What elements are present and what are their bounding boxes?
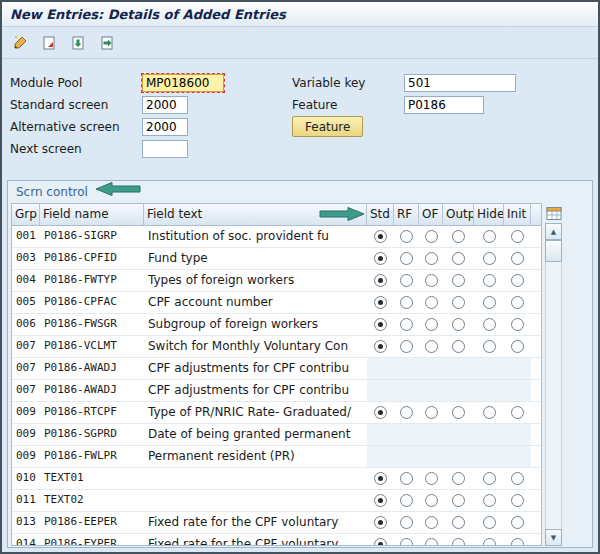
radio-init[interactable] xyxy=(511,472,524,485)
radio-hide[interactable] xyxy=(483,516,496,529)
radio-of[interactable] xyxy=(425,516,438,529)
radio-init[interactable] xyxy=(511,538,524,546)
radio-outp[interactable] xyxy=(452,230,465,243)
module-pool-field[interactable] xyxy=(142,74,224,92)
radio-of[interactable] xyxy=(425,472,438,485)
table-row[interactable]: 007P0186-VCLMTSwitch for Monthly Volunta… xyxy=(12,336,541,358)
radio-of[interactable] xyxy=(425,274,438,287)
table-row[interactable]: 006P0186-FWSGRSubgroup of foreign worker… xyxy=(12,314,541,336)
table-row[interactable]: 009P0186-SGPRDDate of being granted perm… xyxy=(12,424,541,446)
radio-rf[interactable] xyxy=(400,472,413,485)
radio-std[interactable] xyxy=(374,296,387,309)
radio-of[interactable] xyxy=(425,296,438,309)
table-row[interactable]: 003P0186-CPFIDFund type xyxy=(12,248,541,270)
radio-of[interactable] xyxy=(425,318,438,331)
radio-rf[interactable] xyxy=(400,296,413,309)
radio-outp[interactable] xyxy=(452,472,465,485)
radio-outp[interactable] xyxy=(452,252,465,265)
variable-key-field[interactable] xyxy=(404,74,516,92)
radio-hide[interactable] xyxy=(483,406,496,419)
table-settings-icon[interactable] xyxy=(545,203,562,223)
radio-of[interactable] xyxy=(425,538,438,546)
radio-outp[interactable] xyxy=(452,318,465,331)
radio-init[interactable] xyxy=(511,230,524,243)
radio-rf[interactable] xyxy=(400,340,413,353)
radio-hide[interactable] xyxy=(483,340,496,353)
column-header-outp[interactable]: Outp xyxy=(443,204,474,225)
radio-std[interactable] xyxy=(374,340,387,353)
table-row[interactable]: 010TEXT01 xyxy=(12,468,541,490)
radio-init[interactable] xyxy=(511,516,524,529)
radio-std[interactable] xyxy=(374,472,387,485)
radio-init[interactable] xyxy=(511,494,524,507)
radio-std[interactable] xyxy=(374,516,387,529)
radio-std[interactable] xyxy=(374,274,387,287)
radio-std[interactable] xyxy=(374,494,387,507)
table-row[interactable]: 005P0186-CPFACCPF account number xyxy=(12,292,541,314)
column-header-rf[interactable]: RF xyxy=(394,204,419,225)
radio-outp[interactable] xyxy=(452,340,465,353)
radio-hide[interactable] xyxy=(483,472,496,485)
edit-pencil-icon[interactable] xyxy=(9,32,31,54)
radio-rf[interactable] xyxy=(400,516,413,529)
table-row[interactable]: 011TEXT02 xyxy=(12,490,541,512)
radio-init[interactable] xyxy=(511,318,524,331)
radio-outp[interactable] xyxy=(452,494,465,507)
radio-outp[interactable] xyxy=(452,274,465,287)
radio-outp[interactable] xyxy=(452,296,465,309)
radio-init[interactable] xyxy=(511,296,524,309)
scroll-track[interactable] xyxy=(545,262,562,529)
table-row[interactable]: 009P0186-FWLPRPermanent resident (PR) xyxy=(12,446,541,468)
radio-init[interactable] xyxy=(511,252,524,265)
radio-init[interactable] xyxy=(511,274,524,287)
radio-outp[interactable] xyxy=(452,516,465,529)
radio-hide[interactable] xyxy=(483,318,496,331)
radio-rf[interactable] xyxy=(400,494,413,507)
radio-std[interactable] xyxy=(374,230,387,243)
radio-hide[interactable] xyxy=(483,230,496,243)
radio-std[interactable] xyxy=(374,538,387,546)
column-header-grp[interactable]: Grp xyxy=(12,204,40,225)
radio-std[interactable] xyxy=(374,318,387,331)
scroll-down-button[interactable]: ▼ xyxy=(545,529,562,546)
scroll-thumb[interactable] xyxy=(545,240,562,262)
radio-init[interactable] xyxy=(511,340,524,353)
table-row[interactable]: 001P0186-SIGRPInstitution of soc. provid… xyxy=(12,226,541,248)
radio-rf[interactable] xyxy=(400,538,413,546)
radio-of[interactable] xyxy=(425,340,438,353)
radio-of[interactable] xyxy=(425,494,438,507)
radio-of[interactable] xyxy=(425,406,438,419)
radio-hide[interactable] xyxy=(483,538,496,546)
radio-rf[interactable] xyxy=(400,274,413,287)
radio-init[interactable] xyxy=(511,406,524,419)
radio-rf[interactable] xyxy=(400,252,413,265)
radio-of[interactable] xyxy=(425,252,438,265)
radio-outp[interactable] xyxy=(452,538,465,546)
column-header-of[interactable]: OF xyxy=(419,204,443,225)
radio-rf[interactable] xyxy=(400,230,413,243)
radio-hide[interactable] xyxy=(483,494,496,507)
scroll-up-button[interactable]: ▲ xyxy=(545,223,562,240)
feature-field[interactable] xyxy=(404,96,484,114)
table-row[interactable]: 004P0186-FWTYPTypes of foreign workers xyxy=(12,270,541,292)
feature-button[interactable]: Feature xyxy=(292,116,363,137)
export-entry-icon[interactable] xyxy=(96,32,118,54)
next-screen-field[interactable] xyxy=(142,140,188,158)
radio-rf[interactable] xyxy=(400,318,413,331)
table-row[interactable]: 007P0186-AWADJCPF adjustments for CPF co… xyxy=(12,380,541,402)
radio-std[interactable] xyxy=(374,406,387,419)
column-header-hide[interactable]: Hide xyxy=(474,204,504,225)
column-header-init[interactable]: Init xyxy=(504,204,531,225)
radio-hide[interactable] xyxy=(483,296,496,309)
alternative-screen-field[interactable] xyxy=(142,118,188,136)
column-header-field-text[interactable]: Field text xyxy=(144,204,367,225)
column-header-std[interactable]: Std xyxy=(367,204,394,225)
import-entry-icon[interactable] xyxy=(67,32,89,54)
radio-of[interactable] xyxy=(425,230,438,243)
table-row[interactable]: 009P0186-RTCPFType of PR/NRIC Rate- Grad… xyxy=(12,402,541,424)
table-row[interactable]: 013P0186-EEPERFixed rate for the CPF vol… xyxy=(12,512,541,534)
radio-std[interactable] xyxy=(374,252,387,265)
column-header-field-name[interactable]: Field name xyxy=(40,204,144,225)
radio-hide[interactable] xyxy=(483,274,496,287)
copy-entry-icon[interactable] xyxy=(38,32,60,54)
